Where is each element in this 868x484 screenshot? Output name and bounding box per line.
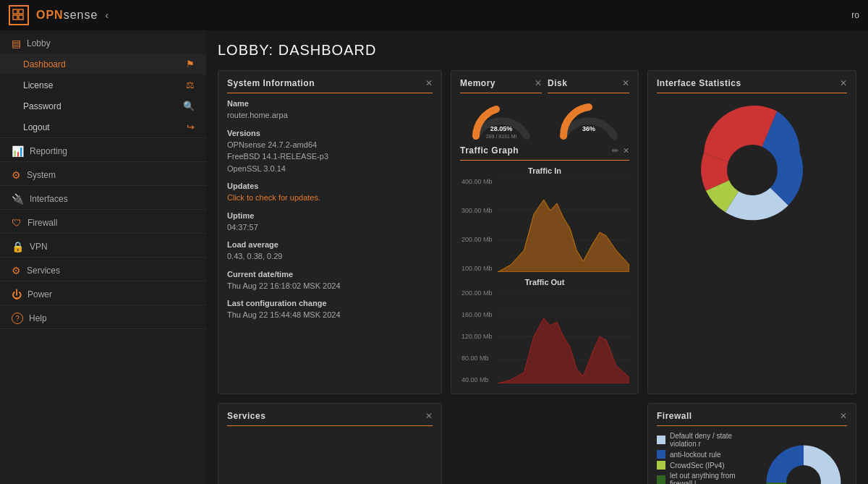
traffic-out-yaxis: 200.00 Mb 160.00 Mb 120.00 Mb 80.00 Mb 4…: [460, 289, 498, 383]
sysinfo-versions-row: Versions OPNsense 24.7.2-amd64 FreeBSD 1…: [227, 129, 433, 175]
sysinfo-name-row: Name router.home.arpa: [227, 99, 433, 122]
topbar: OPNsense ‹ ro: [0, 0, 868, 30]
sidebar-section-header-power[interactable]: ⏻ Power: [0, 281, 206, 305]
sidebar-section-header-lobby[interactable]: ▤ Lobby: [0, 30, 206, 54]
sidebar-section-header-services[interactable]: ⚙ Services: [0, 258, 206, 281]
sidebar-item-password[interactable]: Password 🔍: [0, 95, 206, 116]
sidebar-firewall-label: Firewall: [27, 218, 57, 228]
sidebar-section-lobby: ▤ Lobby Dashboard ⚑ License ⚖ Password 🔍…: [0, 30, 206, 138]
sidebar-vpn-label: VPN: [30, 242, 48, 252]
svg-rect-3: [19, 15, 23, 20]
sysinfo-updates-row: Updates Click to check for updates.: [227, 182, 433, 204]
sysinfo-datetime-value: Thu Aug 22 16:18:02 MSK 2024: [227, 280, 433, 292]
firewall-donut-svg: [760, 432, 847, 484]
sysinfo-updates-link[interactable]: Click to check for updates.: [227, 192, 433, 204]
sysinfo-datetime-row: Current date/time Thu Aug 22 16:18:02 MS…: [227, 270, 433, 292]
dashboard-grid: System Information ✕ Name router.home.ar…: [218, 70, 856, 484]
memory-disk-card: Memory ✕ 28.05% 289 / 8191 Mi: [451, 70, 639, 394]
interface-stats-card: Interface Statistics ✕: [647, 70, 856, 394]
logo-text: OPNsense: [36, 9, 98, 22]
svg-text:289 / 8191 Mi: 289 / 8191 Mi: [485, 134, 516, 139]
disk-header: Disk ✕: [548, 78, 629, 93]
svg-rect-1: [19, 9, 23, 14]
system-info-header: System Information ✕: [227, 78, 433, 93]
traffic-in-title: Traffic In: [460, 166, 629, 175]
topbar-user: ro: [851, 10, 859, 20]
sidebar-section-header-reporting[interactable]: 📊 Reporting: [0, 138, 206, 161]
svg-marker-17: [498, 318, 629, 383]
sidebar-section-system: ⚙ System: [0, 162, 206, 186]
sidebar-section-firewall: 🛡 Firewall: [0, 210, 206, 234]
firewall-close-button[interactable]: ✕: [840, 411, 847, 421]
interface-stats-header: Interface Statistics ✕: [657, 78, 847, 93]
sidebar-section-help: ? Help: [0, 305, 206, 329]
sidebar: ▤ Lobby Dashboard ⚑ License ⚖ Password 🔍…: [0, 30, 206, 484]
services-card: Services ✕: [218, 403, 442, 484]
svg-rect-0: [13, 9, 17, 14]
traffic-graph-header: Traffic Graph ✏ ✕: [460, 145, 629, 161]
memory-close-button[interactable]: ✕: [535, 78, 542, 88]
interface-stats-close-button[interactable]: ✕: [840, 78, 847, 88]
traffic-in-chart: 400.00 Mb 300.00 Mb 200.00 Mb 100.00 Mb: [460, 178, 629, 272]
sidebar-logout-label: Logout: [23, 122, 187, 132]
reporting-section-icon: 📊: [12, 145, 24, 157]
sidebar-section-services: ⚙ Services: [0, 258, 206, 281]
legend-label-1: anti-lockout rule: [670, 451, 721, 459]
sysinfo-version2: FreeBSD 14.1-RELEASE-p3: [227, 150, 433, 163]
dashboard-icon: ⚑: [186, 59, 195, 69]
traffic-graph-section: Traffic Graph ✏ ✕ Traffic In 400.00 Mb 3…: [460, 145, 629, 383]
license-icon: ⚖: [186, 80, 195, 90]
sidebar-section-power: ⏻ Power: [0, 281, 206, 305]
sidebar-section-header-interfaces[interactable]: 🔌 Interfaces: [0, 186, 206, 209]
sysinfo-version1: OPNsense 24.7.2-amd64: [227, 139, 433, 151]
help-section-icon: ?: [12, 313, 23, 324]
sysinfo-lastconfig-row: Last configuration change Thu Aug 22 15:…: [227, 299, 433, 321]
system-info-card: System Information ✕ Name router.home.ar…: [218, 70, 442, 394]
disk-title: Disk: [548, 78, 567, 88]
services-title: Services: [227, 411, 265, 421]
sidebar-interfaces-label: Interfaces: [30, 194, 68, 204]
vpn-section-icon: 🔒: [12, 241, 24, 252]
firewall-content: Default deny / state violation r anti-lo…: [657, 432, 847, 484]
sysinfo-uptime-row: Uptime 04:37:57: [227, 211, 433, 234]
sysinfo-name-value: router.home.arpa: [227, 109, 433, 122]
interface-stats-svg: [680, 105, 825, 235]
traffic-out-chart: 200.00 Mb 160.00 Mb 120.00 Mb 80.00 Mb 4…: [460, 289, 629, 383]
system-info-title: System Information: [227, 78, 315, 88]
memory-gauge-svg: 28.05% 289 / 8191 Mi: [465, 96, 537, 140]
traffic-graph-title: Traffic Graph: [460, 145, 519, 156]
traffic-out-title: Traffic Out: [460, 278, 629, 286]
svg-text:28.05%: 28.05%: [490, 125, 512, 132]
sidebar-section-header-help[interactable]: ? Help: [0, 305, 206, 328]
disk-close-button[interactable]: ✕: [622, 78, 629, 88]
traffic-in-yaxis: 400.00 Mb 300.00 Mb 200.00 Mb 100.00 Mb: [460, 178, 498, 272]
interface-stats-donut: [657, 99, 847, 241]
system-section-icon: ⚙: [12, 169, 21, 181]
sysinfo-lastconfig-label: Last configuration change: [227, 299, 433, 307]
sidebar-item-dashboard[interactable]: Dashboard ⚑: [0, 54, 206, 75]
page-title: LOBBY: DASHBOARD: [218, 42, 856, 59]
services-close-button[interactable]: ✕: [425, 411, 433, 421]
traffic-edit-icon[interactable]: ✏: [612, 146, 618, 156]
sysinfo-versions-label: Versions: [227, 129, 433, 137]
traffic-close-button[interactable]: ✕: [623, 146, 629, 156]
sidebar-section-header-system[interactable]: ⚙ System: [0, 162, 206, 185]
legend-label-2: CrowdSec (IPv4): [670, 462, 725, 470]
legend-color-0: [657, 436, 665, 444]
main-content: LOBBY: DASHBOARD System Information ✕ Na…: [206, 30, 868, 484]
sidebar-dashboard-label: Dashboard: [23, 59, 186, 69]
topbar-left: OPNsense ‹: [9, 5, 109, 25]
collapse-sidebar-button[interactable]: ‹: [105, 9, 109, 21]
system-info-close-button[interactable]: ✕: [425, 78, 433, 88]
legend-label-3: let out anything from firewall l: [670, 472, 752, 484]
sidebar-section-header-vpn[interactable]: 🔒 VPN: [0, 234, 206, 257]
sidebar-item-license[interactable]: License ⚖: [0, 75, 206, 95]
firewall-card-header: Firewall ✕: [657, 411, 847, 426]
firewall-card-title: Firewall: [657, 411, 692, 421]
sysinfo-load-label: Load average: [227, 240, 433, 249]
sidebar-item-logout[interactable]: Logout ↪: [0, 116, 206, 137]
sysinfo-version3: OpenSSL 3.0.14: [227, 163, 433, 175]
legend-item-2: CrowdSec (IPv4): [657, 461, 752, 470]
sidebar-section-header-firewall[interactable]: 🛡 Firewall: [0, 210, 206, 233]
sysinfo-load-value: 0.43, 0.38, 0.29: [227, 250, 433, 263]
